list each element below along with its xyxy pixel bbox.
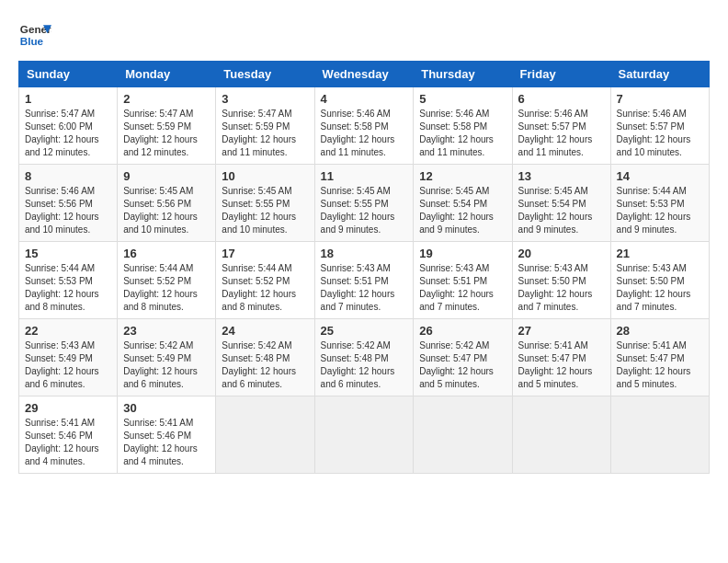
calendar-cell: 10Sunrise: 5:45 AMSunset: 5:55 PMDayligh…	[216, 165, 314, 242]
calendar-cell: 28Sunrise: 5:41 AMSunset: 5:47 PMDayligh…	[610, 319, 709, 396]
day-number: 8	[25, 169, 111, 183]
day-info: Sunrise: 5:42 AMSunset: 5:49 PMDaylight:…	[123, 339, 210, 391]
calendar-cell: 7Sunrise: 5:46 AMSunset: 5:57 PMDaylight…	[610, 87, 709, 165]
calendar-cell: 24Sunrise: 5:42 AMSunset: 5:48 PMDayligh…	[216, 319, 314, 396]
calendar-cell	[512, 396, 610, 474]
day-number: 11	[321, 169, 408, 183]
day-number: 14	[617, 169, 703, 183]
day-info: Sunrise: 5:42 AMSunset: 5:48 PMDaylight:…	[222, 339, 308, 391]
day-number: 13	[518, 169, 605, 183]
svg-text:Blue: Blue	[20, 35, 44, 47]
day-info: Sunrise: 5:43 AMSunset: 5:51 PMDaylight:…	[419, 262, 506, 314]
calendar-cell	[414, 396, 512, 474]
column-header-saturday: Saturday	[610, 62, 709, 87]
day-info: Sunrise: 5:44 AMSunset: 5:52 PMDaylight:…	[123, 262, 210, 314]
day-info: Sunrise: 5:47 AMSunset: 5:59 PMDaylight:…	[222, 108, 308, 159]
calendar-week-3: 15Sunrise: 5:44 AMSunset: 5:53 PMDayligh…	[19, 242, 710, 319]
day-number: 1	[25, 92, 111, 106]
calendar-cell: 21Sunrise: 5:43 AMSunset: 5:50 PMDayligh…	[610, 242, 709, 319]
calendar-cell: 14Sunrise: 5:44 AMSunset: 5:53 PMDayligh…	[610, 165, 709, 242]
calendar-cell: 19Sunrise: 5:43 AMSunset: 5:51 PMDayligh…	[414, 242, 512, 319]
day-number: 25	[321, 324, 408, 338]
day-number: 21	[617, 247, 703, 260]
day-info: Sunrise: 5:45 AMSunset: 5:55 PMDaylight:…	[321, 185, 408, 236]
calendar-cell	[610, 396, 709, 474]
day-number: 2	[123, 92, 210, 106]
day-number: 16	[123, 247, 210, 260]
day-number: 5	[419, 92, 506, 106]
calendar-cell: 20Sunrise: 5:43 AMSunset: 5:50 PMDayligh…	[512, 242, 610, 319]
day-info: Sunrise: 5:41 AMSunset: 5:47 PMDaylight:…	[617, 339, 703, 391]
day-info: Sunrise: 5:44 AMSunset: 5:52 PMDaylight:…	[222, 262, 308, 314]
calendar-cell: 11Sunrise: 5:45 AMSunset: 5:55 PMDayligh…	[314, 165, 414, 242]
day-number: 27	[518, 324, 605, 338]
day-info: Sunrise: 5:42 AMSunset: 5:48 PMDaylight:…	[321, 339, 408, 391]
calendar-cell: 29Sunrise: 5:41 AMSunset: 5:46 PMDayligh…	[19, 396, 118, 474]
day-info: Sunrise: 5:45 AMSunset: 5:56 PMDaylight:…	[123, 185, 210, 236]
day-number: 28	[617, 324, 703, 338]
calendar-week-2: 8Sunrise: 5:46 AMSunset: 5:56 PMDaylight…	[19, 165, 710, 242]
day-number: 19	[419, 247, 506, 260]
calendar-cell: 18Sunrise: 5:43 AMSunset: 5:51 PMDayligh…	[314, 242, 414, 319]
day-info: Sunrise: 5:45 AMSunset: 5:55 PMDaylight:…	[222, 185, 308, 236]
header-row: SundayMondayTuesdayWednesdayThursdayFrid…	[19, 62, 710, 87]
day-info: Sunrise: 5:46 AMSunset: 5:58 PMDaylight:…	[419, 108, 506, 159]
calendar-cell: 3Sunrise: 5:47 AMSunset: 5:59 PMDaylight…	[216, 87, 314, 165]
day-number: 17	[222, 247, 308, 260]
page-header: General Blue	[18, 18, 710, 52]
day-number: 6	[518, 92, 605, 106]
day-number: 3	[222, 92, 308, 106]
day-number: 29	[25, 401, 111, 415]
column-header-wednesday: Wednesday	[314, 62, 414, 87]
calendar-cell: 5Sunrise: 5:46 AMSunset: 5:58 PMDaylight…	[414, 87, 512, 165]
day-number: 24	[222, 324, 308, 338]
day-info: Sunrise: 5:47 AMSunset: 6:00 PMDaylight:…	[25, 108, 111, 159]
calendar-cell: 8Sunrise: 5:46 AMSunset: 5:56 PMDaylight…	[19, 165, 118, 242]
day-info: Sunrise: 5:41 AMSunset: 5:47 PMDaylight:…	[518, 339, 605, 391]
calendar-cell: 17Sunrise: 5:44 AMSunset: 5:52 PMDayligh…	[216, 242, 314, 319]
calendar-cell: 23Sunrise: 5:42 AMSunset: 5:49 PMDayligh…	[118, 319, 216, 396]
day-info: Sunrise: 5:46 AMSunset: 5:57 PMDaylight:…	[617, 108, 703, 159]
calendar-cell: 6Sunrise: 5:46 AMSunset: 5:57 PMDaylight…	[512, 87, 610, 165]
day-info: Sunrise: 5:44 AMSunset: 5:53 PMDaylight:…	[617, 185, 703, 236]
logo: General Blue	[18, 18, 55, 52]
calendar-cell: 2Sunrise: 5:47 AMSunset: 5:59 PMDaylight…	[118, 87, 216, 165]
calendar-week-5: 29Sunrise: 5:41 AMSunset: 5:46 PMDayligh…	[19, 396, 710, 474]
day-number: 26	[419, 324, 506, 338]
day-info: Sunrise: 5:46 AMSunset: 5:58 PMDaylight:…	[321, 108, 408, 159]
day-info: Sunrise: 5:45 AMSunset: 5:54 PMDaylight:…	[419, 185, 506, 236]
day-info: Sunrise: 5:45 AMSunset: 5:54 PMDaylight:…	[518, 185, 605, 236]
day-number: 20	[518, 247, 605, 260]
calendar-cell: 30Sunrise: 5:41 AMSunset: 5:46 PMDayligh…	[118, 396, 216, 474]
column-header-sunday: Sunday	[19, 62, 118, 87]
day-info: Sunrise: 5:46 AMSunset: 5:57 PMDaylight:…	[518, 108, 605, 159]
logo-icon: General Blue	[18, 18, 51, 52]
calendar-body: 1Sunrise: 5:47 AMSunset: 6:00 PMDaylight…	[19, 87, 710, 474]
calendar-cell	[314, 396, 414, 474]
day-number: 12	[419, 169, 506, 183]
day-number: 30	[123, 401, 210, 415]
calendar-header: SundayMondayTuesdayWednesdayThursdayFrid…	[19, 62, 710, 87]
calendar-cell: 16Sunrise: 5:44 AMSunset: 5:52 PMDayligh…	[118, 242, 216, 319]
column-header-tuesday: Tuesday	[216, 62, 314, 87]
day-number: 15	[25, 247, 111, 260]
day-info: Sunrise: 5:46 AMSunset: 5:56 PMDaylight:…	[25, 185, 111, 236]
calendar-cell: 4Sunrise: 5:46 AMSunset: 5:58 PMDaylight…	[314, 87, 414, 165]
day-info: Sunrise: 5:43 AMSunset: 5:50 PMDaylight:…	[518, 262, 605, 314]
day-info: Sunrise: 5:43 AMSunset: 5:51 PMDaylight:…	[321, 262, 408, 314]
day-number: 10	[222, 169, 308, 183]
day-number: 23	[123, 324, 210, 338]
day-number: 18	[321, 247, 408, 260]
day-info: Sunrise: 5:44 AMSunset: 5:53 PMDaylight:…	[25, 262, 111, 314]
day-info: Sunrise: 5:41 AMSunset: 5:46 PMDaylight:…	[25, 417, 111, 468]
calendar-cell: 1Sunrise: 5:47 AMSunset: 6:00 PMDaylight…	[19, 87, 118, 165]
calendar-cell: 12Sunrise: 5:45 AMSunset: 5:54 PMDayligh…	[414, 165, 512, 242]
calendar-week-1: 1Sunrise: 5:47 AMSunset: 6:00 PMDaylight…	[19, 87, 710, 165]
day-number: 4	[321, 92, 408, 106]
day-number: 9	[123, 169, 210, 183]
column-header-thursday: Thursday	[414, 62, 512, 87]
calendar-cell: 25Sunrise: 5:42 AMSunset: 5:48 PMDayligh…	[314, 319, 414, 396]
calendar-week-4: 22Sunrise: 5:43 AMSunset: 5:49 PMDayligh…	[19, 319, 710, 396]
column-header-friday: Friday	[512, 62, 610, 87]
day-info: Sunrise: 5:43 AMSunset: 5:49 PMDaylight:…	[25, 339, 111, 391]
